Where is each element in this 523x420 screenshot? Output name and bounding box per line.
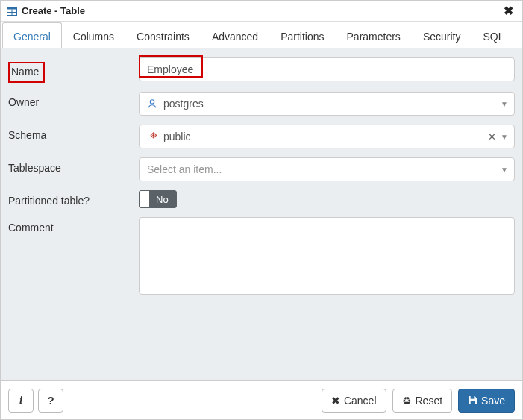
tab-sql[interactable]: SQL bbox=[472, 22, 515, 48]
reset-label: Reset bbox=[416, 395, 443, 407]
chevron-down-icon: ▼ bbox=[501, 166, 508, 174]
chevron-down-icon: ▼ bbox=[501, 133, 508, 141]
svg-rect-6 bbox=[152, 134, 155, 137]
name-label-wrap: Name bbox=[8, 57, 139, 83]
comment-textarea[interactable] bbox=[139, 217, 515, 295]
chevron-down-icon: ▼ bbox=[501, 100, 508, 108]
svg-rect-7 bbox=[471, 396, 475, 399]
save-label: Save bbox=[481, 395, 505, 407]
name-label: Name bbox=[8, 62, 45, 83]
info-icon: i bbox=[19, 394, 22, 407]
table-icon bbox=[7, 7, 17, 16]
schema-label: Schema bbox=[8, 125, 139, 141]
save-button[interactable]: Save bbox=[458, 389, 515, 413]
help-button[interactable]: ? bbox=[38, 389, 63, 413]
close-icon: ✖ bbox=[331, 395, 340, 407]
tab-bar: General Columns Constraints Advanced Par… bbox=[1, 22, 522, 48]
save-icon bbox=[468, 395, 477, 405]
info-button[interactable]: i bbox=[8, 389, 34, 413]
svg-rect-1 bbox=[7, 7, 17, 9]
owner-label: Owner bbox=[8, 92, 139, 108]
svg-point-4 bbox=[150, 100, 154, 104]
toggle-knob bbox=[140, 191, 150, 207]
tablespace-label: Tablespace bbox=[8, 157, 139, 174]
tab-advanced[interactable]: Advanced bbox=[201, 22, 269, 48]
tab-parameters[interactable]: Parameters bbox=[336, 22, 412, 48]
tablespace-placeholder: Select an item... bbox=[147, 163, 222, 175]
schema-select[interactable]: public ✕ ▼ bbox=[139, 125, 515, 148]
titlebar: Create - Table ✖ bbox=[1, 1, 522, 22]
schema-icon bbox=[147, 131, 159, 142]
tab-constraints[interactable]: Constraints bbox=[125, 22, 201, 48]
tab-panel-general: Name Owner postgres ▼ bbox=[1, 48, 522, 380]
clear-icon[interactable]: ✕ bbox=[483, 131, 501, 142]
tab-partitions[interactable]: Partitions bbox=[269, 22, 335, 48]
tab-general[interactable]: General bbox=[2, 22, 62, 48]
comment-label: Comment bbox=[8, 217, 139, 233]
help-icon: ? bbox=[47, 394, 54, 407]
partitioned-label: Partitioned table? bbox=[8, 190, 139, 207]
cancel-label: Cancel bbox=[344, 395, 377, 407]
tab-columns[interactable]: Columns bbox=[62, 22, 125, 48]
owner-select[interactable]: postgres ▼ bbox=[139, 92, 515, 116]
dialog-footer: i ? ✖ Cancel ♻ Reset Save bbox=[1, 380, 522, 419]
dialog-title: Create - Table bbox=[22, 5, 85, 16]
create-table-dialog: Create - Table ✖ General Columns Constra… bbox=[0, 0, 523, 420]
tablespace-select[interactable]: Select an item... ▼ bbox=[139, 157, 515, 181]
schema-value: public bbox=[163, 131, 191, 142]
reset-button[interactable]: ♻ Reset bbox=[392, 389, 453, 413]
close-icon[interactable]: ✖ bbox=[501, 4, 516, 18]
toggle-value: No bbox=[150, 194, 176, 205]
user-icon bbox=[147, 98, 159, 109]
name-input[interactable] bbox=[139, 57, 515, 81]
cancel-button[interactable]: ✖ Cancel bbox=[322, 389, 386, 413]
owner-value: postgres bbox=[163, 98, 204, 110]
tab-security[interactable]: Security bbox=[412, 22, 472, 48]
svg-rect-8 bbox=[471, 401, 475, 404]
recycle-icon: ♻ bbox=[402, 395, 412, 407]
partitioned-toggle[interactable]: No bbox=[139, 190, 177, 208]
